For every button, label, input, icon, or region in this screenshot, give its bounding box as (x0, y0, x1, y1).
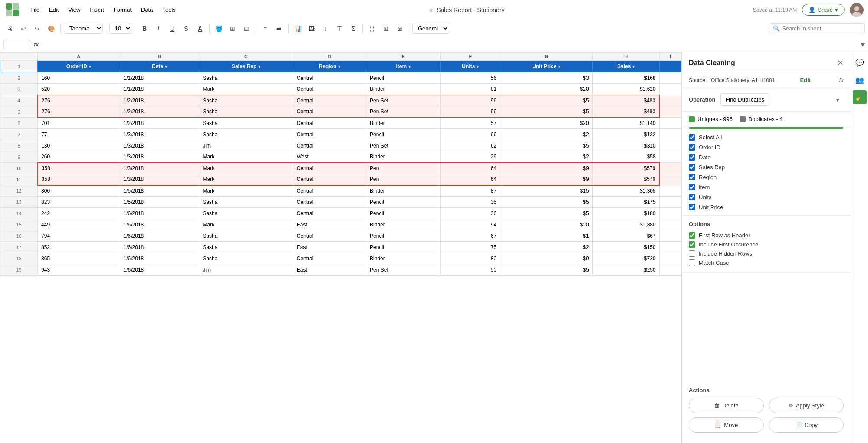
dc-option-checkbox[interactable] (689, 250, 695, 257)
col-letter-H[interactable]: H (592, 53, 659, 61)
cell[interactable]: West (293, 151, 366, 163)
cell[interactable]: 56 (441, 72, 500, 84)
cell[interactable]: 1/1/2018 (120, 72, 199, 84)
cell[interactable]: 823 (38, 197, 120, 208)
font-size-selector[interactable]: 10 (109, 23, 132, 34)
star-icon[interactable]: ★ (428, 7, 434, 13)
cell[interactable]: $5 (500, 106, 592, 118)
users-icon-button[interactable]: 👥 (853, 73, 867, 87)
table-row[interactable]: 138231/5/2018SashaCentralPencil35$5$175 (0, 197, 681, 208)
cell[interactable]: 64 (441, 163, 500, 174)
cell[interactable]: Jim (199, 140, 293, 151)
table-row[interactable]: 81301/3/2018JimCentralPen Set62$5$310 (0, 140, 681, 151)
cell[interactable]: $20 (500, 118, 592, 129)
cell[interactable]: 50 (441, 264, 500, 276)
cell[interactable]: $720 (592, 253, 659, 264)
formula-input[interactable] (42, 40, 858, 49)
cell[interactable]: 160 (38, 72, 120, 84)
cell[interactable]: 1/2/2018 (120, 106, 199, 118)
cell[interactable]: $250 (592, 264, 659, 276)
table-row[interactable]: 199431/6/2018JimEastPen Set50$5$250 (0, 264, 681, 276)
cell[interactable]: Central (293, 185, 366, 197)
cell[interactable]: 276 (38, 106, 120, 118)
cell[interactable]: Pen Set (366, 95, 441, 106)
cell[interactable]: Mark (199, 163, 293, 174)
cell[interactable]: Pencil (366, 242, 441, 253)
copy-action-button[interactable]: 📄 Copy (769, 417, 844, 433)
cell[interactable]: Pen (366, 163, 441, 174)
cell[interactable]: $310 (592, 140, 659, 151)
dc-column-checkbox[interactable] (689, 174, 695, 180)
paint-format-button[interactable]: 🎨 (45, 23, 57, 35)
cell[interactable]: $480 (592, 95, 659, 106)
cell[interactable]: Sasha (199, 208, 293, 219)
cell[interactable]: Sasha (199, 242, 293, 253)
col-header-region[interactable]: Region ▾ (293, 61, 366, 72)
avatar[interactable] (850, 3, 864, 17)
doc-title[interactable]: Sales Report - Stationery (437, 7, 504, 13)
cell[interactable]: $168 (592, 72, 659, 84)
cell[interactable]: Sasha (199, 230, 293, 242)
cell[interactable]: $5 (500, 95, 592, 106)
cell[interactable]: $9 (500, 253, 592, 264)
cell[interactable]: 80 (441, 253, 500, 264)
cell[interactable]: 1/3/2018 (120, 163, 199, 174)
cell[interactable]: $2 (500, 151, 592, 163)
cell[interactable]: 1/6/2018 (120, 264, 199, 276)
menu-edit[interactable]: Edit (45, 5, 63, 15)
menu-file[interactable]: File (26, 5, 44, 15)
cell[interactable]: 1/6/2018 (120, 253, 199, 264)
cell[interactable]: $132 (592, 129, 659, 140)
dc-column-checkbox[interactable] (689, 164, 695, 171)
search-input[interactable] (782, 25, 861, 32)
cell[interactable]: 1/3/2018 (120, 151, 199, 163)
cell[interactable]: 358 (38, 174, 120, 185)
cell[interactable]: $150 (592, 242, 659, 253)
pivot-button[interactable]: ⊠ (394, 23, 406, 35)
cell[interactable]: 260 (38, 151, 120, 163)
cell[interactable]: $5 (500, 140, 592, 151)
cell[interactable]: 1/3/2018 (120, 174, 199, 185)
cell[interactable]: Central (293, 163, 366, 174)
col-letter-E[interactable]: E (366, 53, 441, 61)
col-letter-D[interactable]: D (293, 53, 366, 61)
col-letter-G[interactable]: G (500, 53, 592, 61)
table-row[interactable]: 178521/6/2018SashaEastPencil75$2$150 (0, 242, 681, 253)
align-button[interactable]: ≡ (259, 23, 271, 35)
cell[interactable]: 1/6/2018 (120, 219, 199, 230)
cell[interactable]: 800 (38, 185, 120, 197)
cell[interactable]: Central (293, 95, 366, 106)
merge-button[interactable]: ⊟ (240, 23, 253, 35)
cell[interactable]: 701 (38, 118, 120, 129)
cell[interactable]: Central (293, 253, 366, 264)
menu-insert[interactable]: Insert (85, 5, 108, 15)
cell[interactable]: $2 (500, 129, 592, 140)
cell[interactable]: 64 (441, 174, 500, 185)
cell[interactable]: $2 (500, 242, 592, 253)
cell[interactable]: Jim (199, 264, 293, 276)
cell[interactable]: East (293, 264, 366, 276)
cell[interactable]: Binder (366, 118, 441, 129)
col-header-date[interactable]: Date ▾ (120, 61, 199, 72)
print-button[interactable]: 🖨 (3, 23, 16, 35)
apply-style-action-button[interactable]: ✏ Apply Style (769, 398, 844, 413)
image-button[interactable]: 🖼 (306, 23, 318, 35)
cell[interactable]: Mark (199, 174, 293, 185)
dc-option-checkbox[interactable] (689, 232, 695, 239)
cell[interactable]: $180 (592, 208, 659, 219)
cell[interactable]: Pencil (366, 72, 441, 84)
cell[interactable]: Pen Set (366, 106, 441, 118)
dc-operation-select[interactable]: Find Duplicates (720, 93, 769, 106)
cell[interactable]: Central (293, 140, 366, 151)
cell[interactable]: $5 (500, 197, 592, 208)
cell[interactable]: Binder (366, 151, 441, 163)
cell[interactable]: 1/3/2018 (120, 129, 199, 140)
cell[interactable]: $9 (500, 174, 592, 185)
cell[interactable]: 75 (441, 242, 500, 253)
cell[interactable]: 130 (38, 140, 120, 151)
cell[interactable]: 1/6/2018 (120, 230, 199, 242)
cell[interactable]: 29 (441, 151, 500, 163)
table-row[interactable]: 188651/6/2018SashaCentralBinder80$9$720 (0, 253, 681, 264)
cell[interactable]: Central (293, 129, 366, 140)
underline-button[interactable]: U (166, 23, 178, 35)
